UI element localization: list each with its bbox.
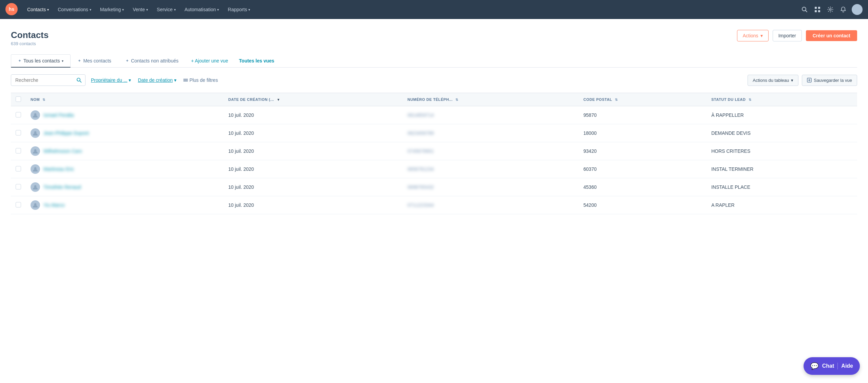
- actions-button[interactable]: Actions ▾: [737, 30, 769, 41]
- row-checkbox-5[interactable]: [11, 196, 26, 214]
- search-icon[interactable]: [799, 4, 810, 15]
- chat-bubble[interactable]: 💬 Chat Aide: [804, 357, 860, 375]
- add-view-tab[interactable]: + Ajouter une vue: [186, 55, 233, 67]
- table-header-row: NOM ⇅ DATE DE CRÉATION (... ▼ NUMÉRO DE …: [11, 93, 857, 106]
- sort-active-icon: ▼: [277, 98, 280, 102]
- th-date-creation[interactable]: DATE DE CRÉATION (... ▼: [224, 93, 403, 106]
- sort-icon: ⇅: [42, 98, 45, 102]
- select-all-checkbox[interactable]: [16, 96, 21, 102]
- row-name-2[interactable]: Wilhelmsson Caro: [26, 142, 224, 160]
- row-name-4[interactable]: Timothée Renaud: [26, 178, 224, 196]
- row-phone-5: 0711223344: [403, 196, 579, 214]
- tab-tous-contacts[interactable]: ✦ Tous les contacts ▾: [11, 54, 71, 68]
- nav-item-conversations[interactable]: Conversations ▾: [54, 4, 95, 15]
- row-phone-3: 0656781234: [403, 160, 579, 178]
- chevron-down-icon: ▾: [129, 77, 131, 83]
- all-views-link[interactable]: Toutes les vues: [233, 55, 280, 67]
- page-title: Contacts: [11, 30, 49, 40]
- chevron-down-icon: ▾: [791, 78, 793, 83]
- chat-label: Chat: [822, 363, 834, 369]
- grid-icon[interactable]: [812, 4, 823, 15]
- tab-mes-contacts[interactable]: ✦ Mes contacts: [71, 54, 118, 68]
- row-name-5[interactable]: Yiu Marco: [26, 196, 224, 214]
- row-checkbox[interactable]: [16, 130, 21, 135]
- pin-icon: ✦: [18, 58, 21, 63]
- row-checkbox[interactable]: [16, 184, 21, 189]
- th-checkbox: [11, 93, 26, 106]
- import-button[interactable]: Importer: [773, 30, 802, 41]
- th-cp-sort[interactable]: CODE POSTAL ⇅: [583, 97, 618, 102]
- chevron-down-icon: ▾: [47, 8, 49, 12]
- chevron-down-icon: ▾: [146, 8, 148, 12]
- row-statut-3: INSTAL TERMINER: [706, 160, 857, 178]
- row-name-3[interactable]: Martineau Eric: [26, 160, 224, 178]
- row-name-0[interactable]: Ismael Peralta: [26, 106, 224, 124]
- row-checkbox-0[interactable]: [11, 106, 26, 124]
- sort-icon: ⇅: [615, 98, 618, 102]
- row-checkbox-2[interactable]: [11, 142, 26, 160]
- row-checkbox[interactable]: [16, 112, 21, 117]
- row-checkbox[interactable]: [16, 148, 21, 153]
- nav-item-vente[interactable]: Vente ▾: [129, 4, 152, 15]
- nav-item-rapports[interactable]: Rapports ▾: [224, 4, 254, 15]
- row-name-1[interactable]: Jean-Philippe Dupont: [26, 124, 224, 142]
- contact-avatar: [31, 182, 40, 192]
- pin-icon: ✦: [78, 58, 81, 63]
- navbar: hs Contacts ▾ Conversations ▾ Marketing …: [0, 0, 868, 19]
- nav-item-service[interactable]: Service ▾: [153, 4, 180, 15]
- header-actions: Actions ▾ Importer Créer un contact: [737, 30, 857, 41]
- search-icon[interactable]: [73, 75, 85, 86]
- tab-contacts-non-attribues[interactable]: ✦ Contacts non attribués: [118, 54, 186, 68]
- th-statut-sort[interactable]: STATUT DU LEAD ⇅: [711, 97, 751, 102]
- bell-icon[interactable]: [837, 4, 849, 15]
- contact-name[interactable]: Yiu Marco: [43, 202, 65, 208]
- nav-item-contacts[interactable]: Contacts ▾: [23, 4, 53, 15]
- chevron-down-icon: ▾: [122, 8, 124, 12]
- chevron-down-icon: ▾: [174, 77, 176, 83]
- contact-name[interactable]: Martineau Eric: [43, 166, 74, 172]
- th-tel-sort[interactable]: NUMÉRO DE TÉLÉPH... ⇅: [408, 97, 458, 102]
- row-checkbox-3[interactable]: [11, 160, 26, 178]
- row-checkbox-1[interactable]: [11, 124, 26, 142]
- th-code-postal[interactable]: CODE POSTAL ⇅: [579, 93, 706, 106]
- row-checkbox[interactable]: [16, 166, 21, 171]
- table-actions-button[interactable]: Actions du tableau ▾: [748, 75, 798, 86]
- contact-name[interactable]: Timothée Renaud: [43, 184, 81, 190]
- th-telephone[interactable]: NUMÉRO DE TÉLÉPH... ⇅: [403, 93, 579, 106]
- row-postal-2: 93420: [579, 142, 706, 160]
- th-statut-lead[interactable]: STATUT DU LEAD ⇅: [706, 93, 857, 106]
- create-contact-button[interactable]: Créer un contact: [806, 30, 857, 41]
- sort-icon: ⇅: [455, 98, 458, 102]
- th-nom-sort[interactable]: NOM ⇅: [31, 97, 45, 102]
- contact-name[interactable]: Ismael Peralta: [43, 112, 74, 118]
- hubspot-logo[interactable]: hs: [5, 3, 18, 16]
- svg-rect-5: [818, 7, 820, 9]
- user-avatar[interactable]: [852, 4, 863, 15]
- contact-avatar: [31, 128, 40, 138]
- table-row: Jean-Philippe Dupont 10 juil. 2020 06234…: [11, 124, 857, 142]
- save-view-button[interactable]: Sauvegarder la vue: [802, 75, 857, 86]
- page-title-block: Contacts 639 contacts: [11, 30, 49, 46]
- search-input[interactable]: [11, 75, 73, 86]
- table-row: Ismael Peralta 10 juil. 2020 0614859714 …: [11, 106, 857, 124]
- date-creation-filter[interactable]: Date de création ▾: [136, 75, 178, 86]
- svg-point-8: [830, 9, 831, 11]
- nav-item-automatisation[interactable]: Automatisation ▾: [181, 4, 223, 15]
- proprietaire-filter[interactable]: Propriétaire du ... ▾: [90, 75, 132, 86]
- row-phone-4: 0698765432: [403, 178, 579, 196]
- more-filters-button[interactable]: Plus de filtres: [182, 75, 219, 86]
- contact-name[interactable]: Wilhelmsson Caro: [43, 148, 82, 154]
- nav-item-marketing[interactable]: Marketing ▾: [96, 4, 128, 15]
- th-nom[interactable]: NOM ⇅: [26, 93, 224, 106]
- row-date-0: 10 juil. 2020: [224, 106, 403, 124]
- contact-name[interactable]: Jean-Philippe Dupont: [43, 130, 89, 136]
- th-date-sort[interactable]: DATE DE CRÉATION (... ▼: [228, 97, 280, 102]
- row-phone-1: 0623456789: [403, 124, 579, 142]
- row-postal-1: 18000: [579, 124, 706, 142]
- row-checkbox[interactable]: [16, 202, 21, 207]
- svg-rect-4: [815, 7, 817, 9]
- contact-avatar: [31, 110, 40, 120]
- settings-icon[interactable]: [825, 4, 836, 15]
- row-checkbox-4[interactable]: [11, 178, 26, 196]
- row-statut-4: INSTALLE PLACE: [706, 178, 857, 196]
